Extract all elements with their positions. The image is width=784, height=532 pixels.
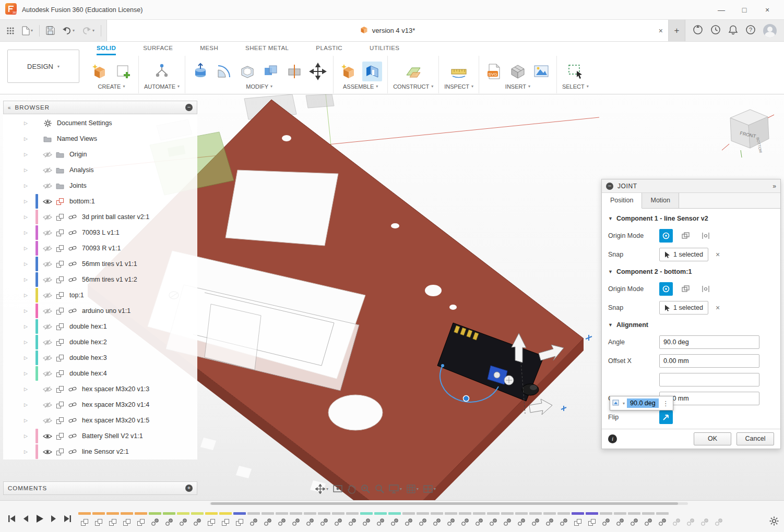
construct-plane-icon[interactable]	[403, 62, 423, 81]
play-button[interactable]	[35, 514, 44, 525]
help-icon[interactable]: ?	[745, 25, 756, 37]
visibility-off-icon[interactable]	[41, 277, 54, 283]
browser-row[interactable]: ▷70093 L v1:1	[3, 225, 197, 240]
disclosure-triangle-icon[interactable]: ▷	[24, 120, 35, 126]
timeline-joint-item[interactable]	[501, 512, 514, 528]
offset-z-input[interactable]: 0.00 mm	[659, 392, 759, 405]
disclosure-triangle-icon[interactable]: ▷	[24, 152, 35, 157]
visibility-off-icon[interactable]	[41, 261, 54, 267]
viewport[interactable]: FRONT BOTTOM « BROWSER − ▷Document Setti…	[0, 94, 784, 500]
insert-svg-icon[interactable]: SVG	[484, 62, 504, 81]
profile-avatar[interactable]	[763, 24, 777, 38]
workspace-switcher[interactable]: DESIGN ▾	[7, 50, 79, 83]
look-at-tool[interactable]	[333, 485, 342, 493]
document-tab[interactable]: version 4 v13* ×	[106, 20, 669, 41]
timeline-component-item[interactable]	[121, 512, 133, 528]
timeline-joint-item[interactable]	[670, 512, 683, 528]
zoom-in-tool[interactable]	[361, 484, 370, 493]
timeline-settings-gear-icon[interactable]	[769, 516, 779, 527]
browser-row[interactable]: ▷Named Views	[3, 131, 197, 147]
visibility-off-icon[interactable]	[41, 230, 54, 236]
inspect-group-label[interactable]: INSPECT▾	[444, 83, 473, 90]
angle-input[interactable]: 90.0 deg	[659, 335, 759, 349]
flip-toggle-icon[interactable]	[659, 410, 673, 424]
disclosure-triangle-icon[interactable]: ▷	[24, 183, 35, 188]
disclosure-triangle-icon[interactable]: ▷	[24, 293, 35, 298]
app-grid-icon[interactable]	[3, 25, 18, 37]
timeline-component-item[interactable]	[233, 512, 246, 528]
component1-section-header[interactable]: ▼Component 1 - line Sensor v2	[608, 211, 774, 226]
clear-selection-icon[interactable]: ×	[716, 304, 720, 312]
visibility-off-icon[interactable]	[41, 152, 54, 158]
timeline-joint-item[interactable]	[515, 512, 528, 528]
timeline-joint-item[interactable]	[149, 512, 161, 528]
angle-quick-icon[interactable]	[612, 399, 621, 408]
dialog-collapse-icon[interactable]: −	[606, 183, 613, 190]
timeline-joint-item[interactable]	[698, 512, 711, 528]
job-status-icon[interactable]	[693, 25, 703, 37]
collapse-panel-icon[interactable]: «	[8, 105, 11, 111]
disclosure-triangle-icon[interactable]: ▷	[24, 230, 35, 235]
modify-group-label[interactable]: MODIFY▾	[246, 83, 272, 90]
visibility-on-icon[interactable]	[41, 433, 54, 439]
browser-row[interactable]: ▷arduino uno v1:1	[3, 303, 197, 319]
recent-clock-icon[interactable]	[710, 25, 721, 37]
timeline-scrollbar-thumb[interactable]	[211, 502, 678, 505]
timeline-joint-item[interactable]	[304, 512, 316, 528]
offset-y-input[interactable]	[659, 373, 759, 386]
viewports-settings[interactable]: ▾	[423, 485, 436, 493]
offset-x-input[interactable]: 0.00 mm	[659, 354, 759, 368]
timeline-component-item[interactable]	[586, 512, 598, 528]
timeline-joint-item[interactable]	[445, 512, 457, 528]
timeline-component-item[interactable]	[135, 512, 147, 528]
select-tool-icon[interactable]	[565, 62, 585, 81]
visibility-off-icon[interactable]	[41, 214, 54, 220]
tab-motion[interactable]: Motion	[642, 193, 679, 208]
timeline-joint-item[interactable]	[628, 512, 640, 528]
browser-row[interactable]: ▷hex spacer M3x20 v1:5	[3, 413, 197, 428]
tab-mesh[interactable]: MESH	[200, 45, 218, 55]
create-sketch-icon[interactable]	[113, 62, 133, 81]
timeline-joint-item[interactable]	[388, 512, 401, 528]
timeline-joint-item[interactable]	[417, 512, 429, 528]
tab-position[interactable]: Position	[602, 193, 642, 209]
info-icon[interactable]: i	[608, 434, 617, 443]
timeline-joint-item[interactable]	[557, 512, 570, 528]
browser-row[interactable]: ▷Analysis	[3, 162, 197, 178]
timeline-component-item[interactable]	[78, 512, 91, 528]
step-back-button[interactable]	[22, 515, 29, 524]
timeline-joint-item[interactable]	[402, 512, 415, 528]
go-to-end-button[interactable]	[63, 515, 72, 524]
timeline-joint-item[interactable]	[346, 512, 359, 528]
simple-origin-mode-icon[interactable]	[659, 229, 673, 243]
tab-solid[interactable]: SOLID	[97, 45, 116, 55]
timeline-joint-item[interactable]	[247, 512, 260, 528]
disclosure-triangle-icon[interactable]: ▷	[24, 308, 35, 313]
ok-button[interactable]: OK	[694, 432, 731, 445]
move-copy-icon[interactable]	[308, 62, 328, 81]
browser-row[interactable]: ▷bottom:1	[3, 194, 197, 209]
floating-angle-input[interactable]: ▾ 90.0 deg ⋮	[610, 396, 673, 410]
alignment-section-header[interactable]: ▼Alignment	[608, 317, 774, 333]
tab-utilities[interactable]: UTILITIES	[370, 45, 399, 55]
visibility-off-icon[interactable]	[41, 340, 54, 345]
timeline-component-item[interactable]	[219, 512, 232, 528]
redo-button[interactable]: ▾	[79, 25, 98, 37]
disclosure-triangle-icon[interactable]: ▷	[24, 261, 35, 267]
visibility-off-icon[interactable]	[41, 246, 54, 251]
timeline-joint-item[interactable]	[656, 512, 669, 528]
timeline-joint-item[interactable]	[473, 512, 485, 528]
assemble-group-label[interactable]: ASSEMBLE▾	[343, 83, 378, 90]
browser-row[interactable]: ▷top:1	[3, 287, 197, 303]
save-button[interactable]	[43, 24, 58, 37]
hand-tool[interactable]	[347, 484, 356, 494]
disclosure-triangle-icon[interactable]: ▷	[24, 402, 35, 407]
disclosure-triangle-icon[interactable]: ▷	[24, 199, 35, 204]
insert-group-label[interactable]: INSERT▾	[505, 83, 530, 90]
disclosure-triangle-icon[interactable]: ▷	[24, 386, 35, 392]
new-component-icon[interactable]	[90, 62, 110, 81]
visibility-off-icon[interactable]	[41, 418, 54, 424]
press-pull-icon[interactable]	[191, 62, 210, 81]
timeline-joint-item[interactable]	[487, 512, 500, 528]
browser-row[interactable]: ▷Joints	[3, 178, 197, 194]
